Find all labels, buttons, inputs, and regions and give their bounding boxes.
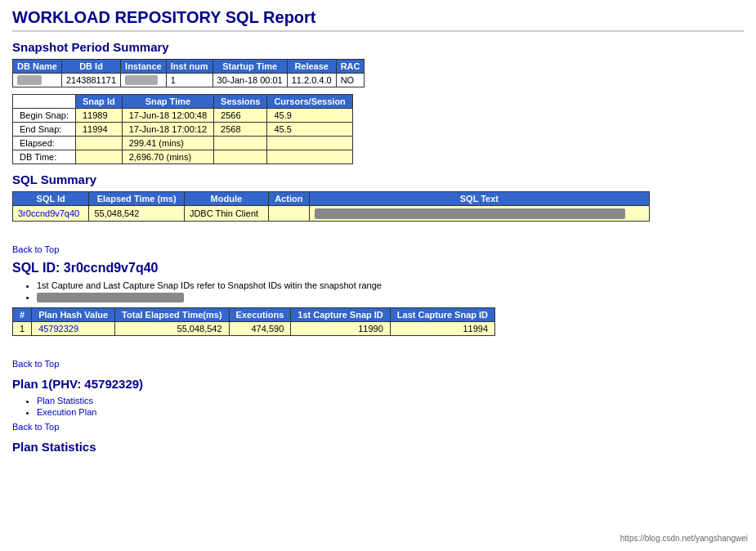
end-snap-cursors: 45.5	[267, 123, 352, 137]
elapsed-snap-id	[75, 137, 122, 150]
cursors-header: Cursors/Session	[267, 95, 352, 109]
page-main-title: WORKLOAD REPOSITORY SQL Report	[12, 8, 744, 32]
sql-summary-title: SQL Summary	[12, 172, 744, 186]
startup-time-header: Startup Time	[212, 60, 287, 74]
sql-summary-table: SQL Id Elapsed Time (ms) Module Action S…	[12, 191, 650, 222]
action-value	[268, 206, 309, 222]
db-time-value: 2,696.70 (mins)	[122, 150, 213, 164]
inst-num-cell: 1	[166, 74, 212, 87]
release-header: Release	[287, 60, 336, 74]
sessions-header: Sessions	[214, 95, 267, 109]
elapsed-time: 299.41 (mins)	[122, 137, 213, 150]
note-2	[37, 292, 744, 302]
first-snap-col-header: 1st Capture Snap ID	[291, 307, 391, 321]
db-time-snap-id	[75, 150, 122, 164]
execution-plan-link-item[interactable]: Execution Plan	[37, 407, 744, 417]
sql-text-value	[309, 206, 649, 222]
elapsed-time-col-header: Elapsed Time (ms)	[89, 192, 184, 206]
plan-num-cell: 1	[13, 321, 32, 335]
sql-id-col-header: SQL Id	[13, 192, 89, 206]
plan-statistics-link-item[interactable]: Plan Statistics	[37, 396, 744, 405]
instance-header: Instance	[121, 60, 167, 74]
num-col-header: #	[13, 307, 32, 321]
back-to-top-1[interactable]: Back to Top	[12, 244, 744, 254]
begin-snap-time: 17-Jun-18 12:00:48	[122, 109, 213, 123]
db-id-cell: 2143881171	[61, 74, 120, 87]
begin-snap-label: Begin Snap:	[13, 109, 76, 123]
plan-statistics-link[interactable]: Plan Statistics	[37, 396, 93, 405]
begin-snap-cursors: 45.9	[267, 109, 352, 123]
db-time-label: DB Time:	[13, 150, 76, 164]
sql-id-value[interactable]: 3r0ccnd9v7q40	[13, 206, 89, 222]
sql-id-heading: SQL ID: 3r0ccnd9v7q40	[12, 261, 744, 276]
db-name-cell	[13, 74, 62, 87]
sql-id-notes: 1st Capture and Last Capture Snap IDs re…	[37, 280, 744, 302]
action-col-header: Action	[268, 192, 309, 206]
snap-label-header	[13, 95, 76, 109]
plan-statistics-title: Plan Statistics	[12, 440, 744, 454]
total-elapsed-col-header: Total Elapsed Time(ms)	[115, 307, 229, 321]
plan-hash-link[interactable]: 45792329	[38, 324, 78, 334]
instance-cell	[121, 74, 167, 87]
db-id-header: DB Id	[61, 60, 120, 74]
plan-hash-col-header: Plan Hash Value	[32, 307, 115, 321]
end-snap-id: 11994	[75, 123, 122, 137]
back-to-top-3[interactable]: Back to Top	[12, 422, 744, 432]
release-cell: 11.2.0.4.0	[287, 74, 336, 87]
elapsed-sessions	[214, 137, 267, 150]
sql-text-col-header: SQL Text	[309, 192, 649, 206]
execution-plan-link[interactable]: Execution Plan	[37, 407, 96, 417]
begin-snap-id: 11989	[75, 109, 122, 123]
end-snap-sessions: 2568	[214, 123, 267, 137]
inst-num-header: Inst num	[166, 60, 212, 74]
back-to-top-2[interactable]: Back to Top	[12, 359, 744, 369]
elapsed-label: Elapsed:	[13, 137, 76, 150]
last-snap-col-header: Last Capture Snap ID	[390, 307, 494, 321]
snapshot-period-title: Snapshot Period Summary	[12, 40, 744, 54]
module-col-header: Module	[184, 192, 268, 206]
end-snap-label: End Snap:	[13, 123, 76, 137]
rac-cell: NO	[336, 74, 365, 87]
executions-col-header: Executions	[229, 307, 291, 321]
snap-time-header: Snap Time	[122, 95, 213, 109]
end-snap-time: 17-Jun-18 17:00:12	[122, 123, 213, 137]
db-name-header: DB Name	[13, 60, 62, 74]
first-snap-cell: 11990	[291, 321, 391, 335]
snap-detail-table: Snap Id Snap Time Sessions Cursors/Sessi…	[12, 94, 353, 164]
plan-hash-table: # Plan Hash Value Total Elapsed Time(ms)…	[12, 307, 495, 336]
db-time-sessions	[214, 150, 267, 164]
total-elapsed-cell: 55,048,542	[115, 321, 229, 335]
rac-header: RAC	[336, 60, 365, 74]
startup-time-cell: 30-Jan-18 00:01	[212, 74, 287, 87]
db-info-table: DB Name DB Id Instance Inst num Startup …	[12, 59, 365, 87]
plan-hash-cell[interactable]: 45792329	[32, 321, 115, 335]
last-snap-cell: 11994	[390, 321, 494, 335]
executions-cell: 474,590	[229, 321, 291, 335]
note-1: 1st Capture and Last Capture Snap IDs re…	[37, 280, 744, 290]
module-value: JDBC Thin Client	[184, 206, 268, 222]
elapsed-time-value: 55,048,542	[89, 206, 184, 222]
elapsed-cursors	[267, 137, 352, 150]
plan1-title: Plan 1(PHV: 45792329)	[12, 377, 744, 391]
sql-id-link[interactable]: 3r0ccnd9v7q40	[18, 208, 79, 218]
db-time-cursors	[267, 150, 352, 164]
snap-id-header: Snap Id	[75, 95, 122, 109]
begin-snap-sessions: 2566	[214, 109, 267, 123]
plan-links-list: Plan Statistics Execution Plan	[37, 396, 744, 417]
